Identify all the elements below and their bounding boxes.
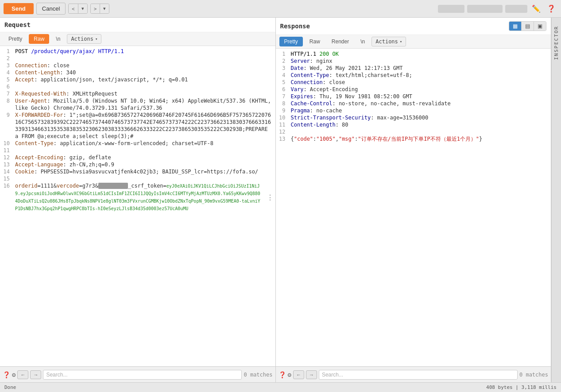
response-search-help-icon[interactable]: ❓ (279, 371, 286, 378)
request-tab-bar: Pretty Raw \n Actions ▾ (0, 32, 275, 46)
line-number: 9 (276, 107, 289, 114)
line-number: 10 (0, 140, 13, 147)
status-right: 408 bytes | 3,118 millis (486, 384, 557, 390)
line-content: Content-Length: 340 (13, 69, 275, 76)
request-tab-pretty[interactable]: Pretty (4, 34, 27, 44)
table-row: 9Pragma: no-cache (276, 107, 551, 114)
line-number: 10 (276, 114, 289, 121)
table-row: 6Vary: Accept-Encoding (276, 86, 551, 93)
table-row: 5Accept: application/json, text/javascri… (0, 76, 275, 83)
request-tab-n[interactable]: \n (51, 34, 65, 44)
main-content: Request Pretty Raw \n Actions ▾ 1POST /p… (0, 18, 561, 382)
request-tab-actions[interactable]: Actions ▾ (67, 34, 101, 44)
line-number: 1 (0, 48, 13, 55)
status-left: Done (4, 384, 16, 390)
request-search-prev-button[interactable]: ← (17, 370, 28, 379)
response-view-single-button[interactable]: ▤ (522, 22, 534, 31)
response-tab-render[interactable]: Render (327, 37, 354, 46)
response-panel-header: Response ▦ ▤ ▣ (276, 18, 551, 35)
response-view-preview-button[interactable]: ▣ (534, 22, 546, 31)
send-button[interactable]: Send (4, 3, 34, 14)
request-search-input[interactable] (43, 370, 242, 380)
line-content: Expires: Thu, 19 Nov 1981 08:52:00 GMT (289, 93, 551, 100)
table-row: 7Expires: Thu, 19 Nov 1981 08:52:00 GMT (276, 93, 551, 100)
response-search-next-button[interactable]: → (306, 370, 317, 379)
request-tab-raw[interactable]: Raw (29, 34, 49, 44)
table-row: 8User-Agent: Mozilla/5.0 (Windows NT 10.… (0, 97, 275, 111)
line-content: Accept-Language: zh-CN,zh;q=0.9 (13, 161, 275, 168)
response-code-area[interactable]: 1HTTP/1.1 200 OK2Server: nginx3Date: Wed… (276, 49, 551, 366)
table-row: 4Content-Type: text/html;charset=utf-8; (276, 72, 551, 79)
line-content: Vary: Accept-Encoding (289, 86, 551, 93)
table-row: 16orderid=1111&vercode=g7r3& _csrf_token… (0, 182, 275, 212)
line-number: 12 (276, 128, 289, 135)
line-number: 14 (0, 168, 13, 175)
cancel-button[interactable]: Cancel (36, 3, 66, 15)
table-row: 1POST /product/query/ajax/ HTTP/1.1 (0, 48, 275, 55)
inspector-label: INSPECTOR (553, 26, 559, 60)
nav-prev-button[interactable]: < (69, 4, 77, 13)
response-view-buttons: ▦ ▤ ▣ (509, 21, 546, 31)
line-number: 1 (276, 50, 289, 58)
line-number: 4 (276, 72, 289, 79)
response-match-count: 0 matches (519, 372, 548, 378)
line-number: 2 (0, 55, 13, 62)
table-row: 12Accept-Encoding: gzip, deflate (0, 154, 275, 161)
top-bar-pill-2 (467, 5, 503, 13)
request-match-count: 0 matches (244, 372, 272, 378)
top-bar-pill-3 (505, 5, 527, 13)
line-number: 2 (276, 58, 289, 65)
response-panel-title: Response (280, 23, 310, 30)
table-row: 2Server: nginx (276, 58, 551, 65)
line-content: Content-Type: application/x-www-form-url… (13, 140, 275, 147)
line-number: 9 (0, 111, 13, 140)
line-content: Pragma: no-cache (289, 107, 551, 114)
line-content: POST /product/query/ajax/ HTTP/1.1 (13, 48, 275, 55)
top-toolbar: Send Cancel < ▾ > ▾ ✏️ ❓ (0, 0, 561, 18)
response-tab-n[interactable]: \n (356, 37, 370, 46)
response-search-settings-icon[interactable]: ⚙ (288, 371, 291, 378)
request-code-area[interactable]: 1POST /product/query/ajax/ HTTP/1.123Con… (0, 46, 275, 366)
line-content: Cache-Control: no-store, no-cache, must-… (289, 100, 551, 107)
line-content: Connection: close (13, 62, 275, 69)
line-number: 5 (0, 76, 13, 83)
request-search-bar: ❓ ⚙ ← → 0 matches (0, 366, 275, 382)
line-content: Accept: application/json, text/javascrip… (13, 76, 275, 83)
right-sidebar: INSPECTOR (551, 18, 561, 382)
nav-prev-dropdown-button[interactable]: ▾ (78, 4, 87, 13)
line-content: X-Requested-With: XMLHttpRequest (13, 90, 275, 97)
nav-next-button[interactable]: > (91, 4, 100, 13)
table-row: 1HTTP/1.1 200 OK (276, 50, 551, 58)
line-number: 7 (0, 90, 13, 97)
response-tab-raw[interactable]: Raw (305, 37, 325, 46)
line-number: 11 (0, 147, 13, 154)
response-panel: Response ▦ ▤ ▣ Pretty Raw Render \n Acti… (276, 18, 552, 382)
top-bar-right: ✏️ ❓ (438, 4, 557, 14)
line-content: Strict-Transport-Security: max-age=31536… (289, 114, 551, 121)
line-content: X-FORWARDED-For: 1";set@a=0x696B73657274… (13, 111, 275, 140)
response-tab-actions[interactable]: Actions ▾ (371, 37, 406, 46)
line-content: User-Agent: Mozilla/5.0 (Windows NT 10.0… (13, 97, 275, 111)
response-search-prev-button[interactable]: ← (293, 370, 304, 379)
request-search-help-icon[interactable]: ❓ (3, 371, 10, 378)
status-bar: Done 408 bytes | 3,118 millis (0, 382, 561, 392)
response-search-bar: ❓ ⚙ ← → 0 matches (276, 366, 551, 382)
line-content (13, 175, 275, 182)
line-number: 13 (276, 135, 289, 142)
line-ellipsis-button[interactable]: ⋮ (265, 182, 275, 212)
line-number: 13 (0, 161, 13, 168)
table-row: 6 (0, 83, 275, 90)
response-tab-pretty[interactable]: Pretty (279, 37, 303, 46)
response-search-input[interactable] (319, 370, 518, 380)
table-row: 10Strict-Transport-Security: max-age=315… (276, 114, 551, 121)
top-bar-pill-1 (438, 5, 464, 13)
response-view-split-button[interactable]: ▦ (509, 22, 522, 31)
nav-next-dropdown-button[interactable]: ▾ (100, 4, 109, 13)
edit-icon-button[interactable]: ✏️ (530, 4, 542, 14)
line-number: 6 (0, 83, 13, 90)
request-search-settings-icon[interactable]: ⚙ (12, 371, 15, 378)
request-search-next-button[interactable]: → (30, 370, 41, 379)
table-row: 13{"code":"1005","msg":"订单不存在/当前IP与下单IP不… (276, 135, 551, 142)
help-icon-button[interactable]: ❓ (545, 4, 557, 14)
table-row: 5Connection: close (276, 79, 551, 86)
